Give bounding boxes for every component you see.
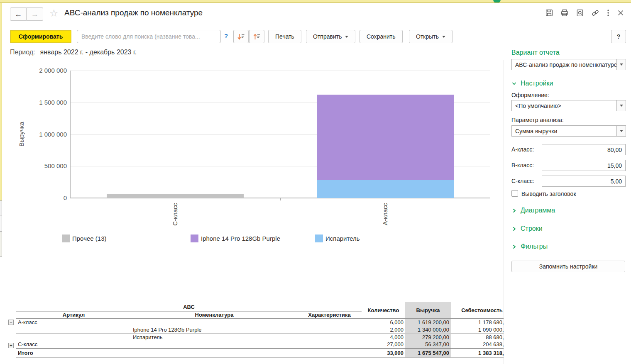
cell-nomenclature: Iphone 14 Pro 128Gb Purple [131,326,297,333]
print-button[interactable]: Печать [268,30,301,43]
report-table-grid: АВСКоличествоВыручкаСебестоимостьАртикул… [16,302,504,358]
column-header[interactable]: Выручка [405,302,451,319]
cell-cost: 1 090 000,00 [451,326,504,333]
cell-cost: 204 638,00 [451,341,504,348]
dropdown-caret-icon [345,36,348,38]
appearance-value: <По умолчанию> [512,100,616,111]
search-help-mark[interactable]: ? [224,32,228,39]
bar-segment[interactable] [317,180,454,198]
bar-segment[interactable] [107,194,244,198]
save-icon[interactable] [545,9,553,17]
bar-segment[interactable] [317,95,454,180]
chevron-down-icon [620,64,623,66]
cell-revenue: 1 619 200,00 [405,318,451,326]
show-title-checkbox[interactable] [511,190,518,197]
section-rows[interactable]: Строки [511,225,543,232]
a-class-input[interactable] [542,144,626,155]
send-button[interactable]: Отправить [306,30,355,43]
combo-arrow-button[interactable] [616,100,626,111]
cell-nomenclature [131,318,297,326]
column-header[interactable]: Артикул [16,312,131,319]
cell-quantity: 6,000 [362,318,405,326]
a-class-label: А-класс: [511,146,534,153]
window-icons [545,9,624,17]
column-header[interactable]: Характеристика [297,312,362,319]
y-axis-line [70,71,71,198]
settings-section-label: Настройки [521,80,553,87]
period-row: Период:январь 2022 г. - декабрь 2023 г. [10,49,137,56]
table-row-item[interactable]: Iphone 14 Pro 128Gb Purple2,0001 340 000… [16,326,504,333]
more-icon[interactable] [607,9,610,17]
appearance-select[interactable]: <По умолчанию> [511,100,626,111]
print-icon[interactable] [560,9,569,17]
chevron-down-icon [511,81,517,86]
close-icon[interactable] [617,9,624,17]
cell-articul: Итого [16,348,131,357]
b-class-input[interactable] [542,160,626,171]
section-diagram[interactable]: Диаграмма [511,207,555,214]
cell-revenue: 56 347,00 [405,341,451,348]
column-header[interactable]: Количество [362,302,405,319]
legend-swatch [191,235,198,242]
combo-arrow-button[interactable] [616,126,626,136]
c-class-input[interactable] [542,176,626,187]
cell-cost: 1 178 680,00 [451,318,504,326]
chevron-right-icon [511,208,517,213]
column-header[interactable]: Номенклатура [131,312,297,319]
save-button[interactable]: Сохранить [360,30,403,43]
chevron-down-icon [620,130,623,132]
chevron-right-icon [511,244,517,249]
cell-cost: 1 383 318,00 [451,348,504,357]
forward-button[interactable]: → [27,7,43,21]
cell-nomenclature: Испаритель [131,333,297,341]
sort-desc-button[interactable] [233,30,249,43]
collapse-group-button[interactable]: − [8,320,14,325]
c-class-label: С-класс: [511,178,534,184]
forward-arrow-icon: → [31,10,39,19]
left-edge-segment [0,215,2,232]
cell-articul: А-класс [16,318,131,326]
open-button[interactable]: Открыть [409,30,452,43]
sort-asc-icon [252,32,261,41]
settings-section-header[interactable]: Настройки [511,80,553,87]
help-button[interactable]: ? [611,30,626,43]
report-variant-select[interactable]: АВС-анализ продаж по номенклатуре [511,59,626,70]
generate-button[interactable]: Сформировать [10,30,71,43]
preview-icon[interactable] [576,9,584,17]
table-row-group-open[interactable]: А-класс6,0001 619 200,001 178 680,00 [16,318,504,326]
cell-characteristic [297,333,362,341]
analysis-param-value: Сумма выручки [512,126,616,136]
section-filters[interactable]: Фильтры [511,243,548,250]
table-row-item[interactable]: Испаритель4,000279 200,0088 680,00 [16,333,504,341]
left-edge-segment [0,232,2,257]
back-arrow-icon: ← [15,10,22,19]
link-icon[interactable] [591,9,599,17]
section-diagram-label: Диаграмма [521,207,555,214]
cell-quantity: 4,000 [362,333,405,341]
legend-swatch [62,235,70,242]
table-row-group-closed[interactable]: С-класс27,00056 347,00204 638,00 [16,341,504,348]
search-input[interactable] [77,30,221,43]
cell-revenue: 1 340 000,00 [405,326,451,333]
axis-tick [280,198,281,200]
legend-label: Испаритель [325,235,360,242]
legend-swatch [315,235,323,242]
period-link[interactable]: январь 2022 г. - декабрь 2023 г. [40,49,137,56]
back-button[interactable]: ← [10,7,27,21]
favorite-star-icon[interactable]: ☆ [49,7,59,19]
analysis-param-select[interactable]: Сумма выручки [511,125,626,137]
window-top-strip [0,0,631,3]
table-row-total[interactable]: Итого33,0001 675 547,001 383 318,00 [16,348,504,357]
expand-group-button[interactable]: + [8,343,14,348]
cell-characteristic [297,341,362,348]
column-header[interactable]: Себестоимость [451,302,504,319]
chevron-down-icon [620,105,623,107]
combo-arrow-button[interactable] [616,59,626,70]
report-area: 0500 0001 000 0001 500 0002 000 000Выруч… [16,60,504,364]
remember-settings-button[interactable]: Запомнить настройки [511,261,625,272]
cell-nomenclature [131,341,297,348]
category-label: С-класс [171,203,179,226]
sort-asc-button[interactable] [249,30,264,43]
appearance-label: Оформление: [511,92,549,98]
left-edge-segment [0,3,2,200]
